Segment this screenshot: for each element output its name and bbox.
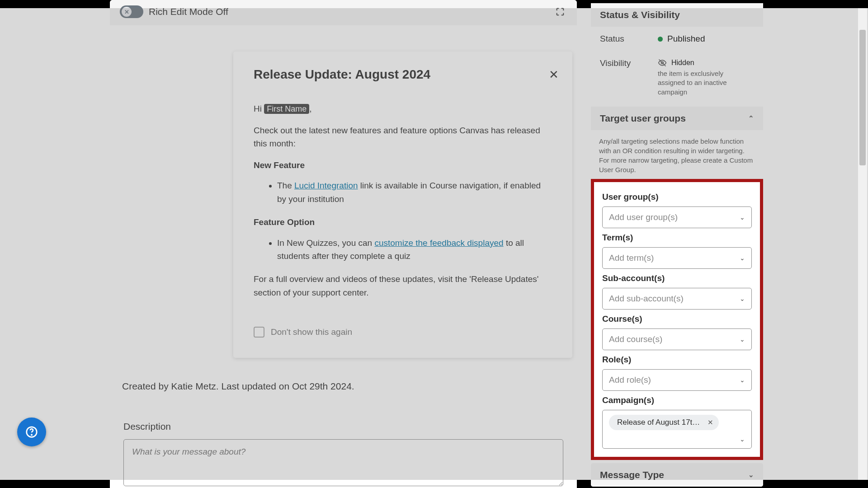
outro-text: For a full overview and videos of these …: [254, 272, 552, 299]
chevron-down-icon: ⌄: [740, 436, 745, 443]
terms-label: Term(s): [602, 233, 752, 243]
expand-icon[interactable]: [555, 7, 565, 17]
subaccounts-select[interactable]: Add sub-account(s) ⌄: [602, 288, 752, 310]
campaigns-select[interactable]: Release of August 17th 2… ✕ ⌄: [602, 410, 752, 449]
chevron-down-icon: ⌄: [740, 295, 745, 302]
status-label: Status: [600, 34, 654, 44]
roles-select[interactable]: Add role(s) ⌄: [602, 369, 752, 391]
preview-title: Release Update: August 2024: [254, 67, 552, 82]
terms-select[interactable]: Add term(s) ⌄: [602, 247, 752, 269]
intro-text: Check out the latest new features and fe…: [254, 124, 552, 150]
message-type-panel: Message Type ⌄: [591, 463, 763, 487]
visibility-value: Hidden: [658, 58, 730, 67]
feature-bullet-2: In New Quizzes, you can customize the fe…: [277, 236, 552, 263]
chevron-down-icon: ⌄: [740, 376, 745, 384]
chevron-down-icon: ⌄: [740, 336, 745, 343]
customize-feedback-link[interactable]: customize the feedback displayed: [374, 238, 503, 248]
help-button[interactable]: [17, 418, 46, 446]
courses-label: Course(s): [602, 314, 752, 324]
targeting-fields-highlight: User group(s) Add user group(s) ⌄ Term(s…: [591, 179, 763, 460]
greeting-line: Hi First Name,: [254, 102, 552, 116]
toggle-knob: ✕: [122, 7, 132, 17]
chevron-down-icon: ⌄: [748, 471, 754, 479]
main-editor-card: ✕ Rich Edit Mode Off ✕ Release Update: A…: [110, 0, 577, 376]
user-groups-label: User group(s): [602, 192, 752, 202]
feature-bullet-1: The Lucid Integration link is available …: [277, 179, 552, 206]
campaigns-label: Campaign(s): [602, 395, 752, 405]
lucid-integration-link[interactable]: Lucid Integration: [294, 181, 358, 190]
editor-topbar: ✕ Rich Edit Mode Off: [110, 0, 577, 25]
courses-select[interactable]: Add course(s) ⌄: [602, 328, 752, 350]
chevron-down-icon: ⌄: [740, 214, 745, 221]
scroll-thumb[interactable]: [859, 30, 866, 165]
visibility-label: Visibility: [600, 58, 654, 68]
new-feature-heading: New Feature: [254, 159, 552, 172]
published-dot-icon: [658, 37, 663, 42]
target-groups-panel: Target user groups ⌃ Any/all targeting s…: [591, 107, 763, 460]
campaign-chip: Release of August 17th 2… ✕: [609, 415, 719, 430]
metadata-line: Created by Katie Metz. Last updated on O…: [122, 381, 354, 392]
chip-remove-icon[interactable]: ✕: [708, 418, 713, 427]
visibility-note: the item is exclusively assigned to an i…: [658, 69, 730, 97]
dont-show-checkbox[interactable]: [254, 327, 264, 338]
rich-edit-label: Rich Edit Mode Off: [149, 6, 228, 17]
targeting-note: Any/all targeting selections made below …: [591, 130, 763, 179]
message-type-heading[interactable]: Message Type ⌄: [591, 463, 763, 487]
rich-edit-toggle[interactable]: ✕: [120, 5, 143, 18]
first-name-token: First Name: [264, 104, 309, 114]
feature-option-heading: Feature Option: [254, 216, 552, 229]
roles-label: Role(s): [602, 355, 752, 365]
eye-off-icon: [658, 58, 667, 67]
status-visibility-heading: Status & Visibility: [591, 3, 763, 27]
subaccounts-label: Sub-account(s): [602, 273, 752, 283]
sidebar: Status & Visibility Status Published Vis…: [591, 3, 763, 488]
preview-body: Hi First Name, Check out the latest new …: [254, 102, 552, 339]
chevron-up-icon: ⌃: [748, 114, 754, 122]
close-icon[interactable]: ✕: [549, 68, 559, 82]
status-value: Published: [658, 34, 705, 44]
message-preview: ✕ Release Update: August 2024 Hi First N…: [233, 52, 572, 358]
dont-show-label: Don't show this again: [271, 325, 352, 338]
scrollbar[interactable]: [858, 8, 867, 480]
svg-point-3: [31, 435, 32, 436]
chevron-down-icon: ⌄: [740, 254, 745, 262]
status-visibility-panel: Status & Visibility Status Published Vis…: [591, 3, 763, 104]
description-card: Description: [110, 408, 577, 488]
user-groups-select[interactable]: Add user group(s) ⌄: [602, 206, 752, 228]
target-groups-heading[interactable]: Target user groups ⌃: [591, 107, 763, 130]
description-label: Description: [123, 421, 563, 432]
description-input[interactable]: [123, 439, 563, 486]
